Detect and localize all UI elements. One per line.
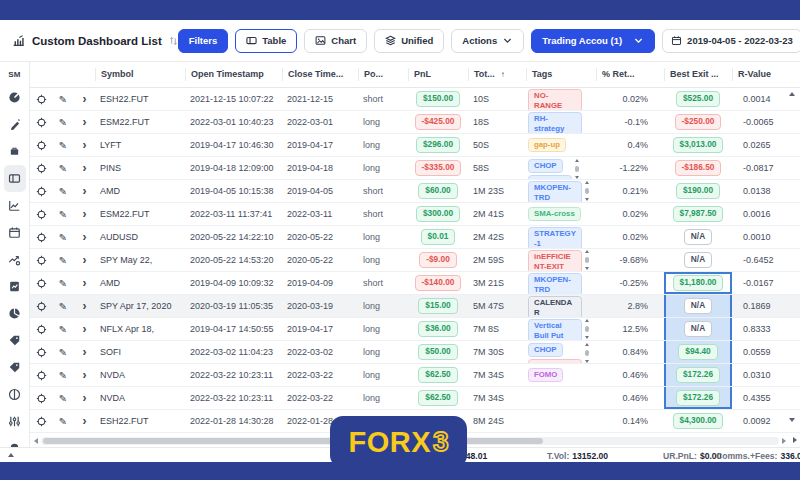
- chevron-right-icon[interactable]: ›: [83, 139, 87, 151]
- crosshair-icon[interactable]: [36, 117, 47, 128]
- crosshair-icon[interactable]: [36, 301, 47, 312]
- tags-scrollbar[interactable]: [584, 250, 590, 270]
- edit-pencil-icon[interactable]: ✎: [59, 393, 67, 404]
- crosshair-icon[interactable]: [36, 140, 47, 151]
- sidebar-item-calendar[interactable]: [4, 219, 26, 246]
- table-row[interactable]: ✎›PINS2019-04-18 12:09:002019-04-18long-…: [30, 157, 800, 180]
- chevron-right-icon[interactable]: ›: [83, 208, 87, 220]
- column-header-tot[interactable]: Tot...↑: [468, 68, 526, 81]
- table-row[interactable]: ✎›AUDUSD2020-05-22 14:22:102020-05-22lon…: [30, 226, 800, 249]
- crosshair-icon[interactable]: [36, 209, 47, 220]
- table-row[interactable]: ✎›LYFT2019-04-17 10:46:302019-04-17long$…: [30, 134, 800, 157]
- column-header-open-timestamp[interactable]: Open Timestamp: [185, 68, 282, 81]
- sidebar-item-pie-chart[interactable]: [4, 84, 26, 111]
- column-header-ret[interactable]: % Ret...: [596, 68, 664, 81]
- tags-scroll-thumb[interactable]: [575, 166, 579, 172]
- sidebar-item-pie-slice[interactable]: [4, 300, 26, 327]
- sidebar-item-sliders[interactable]: [4, 408, 26, 435]
- tags-scroll-up-icon[interactable]: [575, 159, 579, 162]
- crosshair-icon[interactable]: [36, 255, 47, 266]
- table-row[interactable]: ✎›SPY May 22,2020-05-22 14:53:202020-05-…: [30, 249, 800, 272]
- column-header-r-value[interactable]: R-Value: [732, 68, 788, 81]
- chevron-right-icon[interactable]: ›: [83, 93, 87, 105]
- table-row[interactable]: ✎›AMD2019-04-05 10:15:382019-04-05short$…: [30, 180, 800, 203]
- edit-pencil-icon[interactable]: ✎: [59, 370, 67, 381]
- edit-pencil-icon[interactable]: ✎: [59, 278, 67, 289]
- table-row[interactable]: ✎›SOFI2022-03-02 11:04:232022-03-02long$…: [30, 341, 800, 364]
- column-header-symbol[interactable]: Symbol: [95, 68, 185, 81]
- scroll-up-arrow-icon[interactable]: [789, 92, 795, 96]
- tags-scroll-down-icon[interactable]: [585, 360, 589, 363]
- column-header-best-exit[interactable]: Best Exit ...: [664, 68, 732, 81]
- column-header-pnl[interactable]: PnL: [408, 68, 468, 81]
- table-row[interactable]: ✎›NFLX Apr 18,2019-04-17 14:50:552019-04…: [30, 318, 800, 341]
- table-row[interactable]: ✎›NVDA2022-03-22 10:23:112022-03-22long$…: [30, 364, 800, 387]
- chevron-right-icon[interactable]: ›: [83, 323, 87, 335]
- tags-scrollbar[interactable]: [584, 319, 590, 339]
- tab-table[interactable]: Table: [235, 29, 297, 53]
- crosshair-icon[interactable]: [36, 186, 47, 197]
- edit-pencil-icon[interactable]: ✎: [59, 416, 67, 427]
- filters-button[interactable]: Filters: [178, 29, 229, 53]
- scroll-right-arrow-icon[interactable]: [782, 438, 786, 444]
- sidebar-item-table-view[interactable]: [4, 165, 26, 192]
- sidebar-item-briefcase[interactable]: [4, 138, 26, 165]
- title-sort-icon[interactable]: [169, 36, 178, 46]
- column-header-po[interactable]: Po...: [358, 68, 408, 81]
- scroll-left-arrow-icon[interactable]: [34, 438, 38, 444]
- sidebar-item-line-chart[interactable]: [4, 192, 26, 219]
- table-row[interactable]: ✎›ESM22.FUT2022-03-01 10:40:232022-03-01…: [30, 111, 800, 134]
- chevron-right-icon[interactable]: ›: [83, 162, 87, 174]
- tags-scroll-down-icon[interactable]: [575, 176, 579, 179]
- table-row[interactable]: ✎›NVDA2022-03-22 10:23:112022-03-22long$…: [30, 387, 800, 410]
- tags-scroll-thumb[interactable]: [585, 326, 589, 332]
- crosshair-icon[interactable]: [36, 347, 47, 358]
- chevron-right-icon[interactable]: ›: [83, 300, 87, 312]
- sidebar-item-tag[interactable]: [4, 327, 26, 354]
- chevron-right-icon[interactable]: ›: [83, 369, 87, 381]
- sidebar-item-split-circle[interactable]: [4, 381, 26, 408]
- chevron-right-icon[interactable]: ›: [83, 231, 87, 243]
- chevron-right-icon[interactable]: ›: [83, 116, 87, 128]
- edit-pencil-icon[interactable]: ✎: [59, 255, 67, 266]
- chevron-right-icon[interactable]: ›: [83, 254, 87, 266]
- sidebar-item-report[interactable]: [4, 273, 26, 300]
- crosshair-icon[interactable]: [36, 94, 47, 105]
- edit-pencil-icon[interactable]: ✎: [59, 324, 67, 335]
- tags-scroll-up-icon[interactable]: [585, 181, 589, 184]
- actions-button[interactable]: Actions: [451, 29, 524, 53]
- tags-scrollbar[interactable]: [584, 181, 590, 201]
- edit-pencil-icon[interactable]: ✎: [59, 347, 67, 358]
- tags-scrollbar[interactable]: [584, 343, 590, 363]
- sidebar-item-journal-edit[interactable]: [4, 111, 26, 138]
- crosshair-icon[interactable]: [36, 324, 47, 335]
- tags-scroll-up-icon[interactable]: [585, 250, 589, 253]
- account-dropdown[interactable]: Trading Accou (1): [531, 29, 655, 53]
- tags-scroll-thumb[interactable]: [585, 257, 589, 263]
- scroll-corner-arrow-icon[interactable]: [793, 437, 797, 443]
- tags-scroll-down-icon[interactable]: [585, 267, 589, 270]
- avatar[interactable]: SM: [8, 70, 20, 79]
- tags-scroll-up-icon[interactable]: [585, 319, 589, 322]
- crosshair-icon[interactable]: [36, 416, 47, 427]
- crosshair-icon[interactable]: [36, 163, 47, 174]
- tags-scroll-up-icon[interactable]: [585, 343, 589, 346]
- chevron-up-icon[interactable]: [8, 453, 14, 457]
- date-range-picker[interactable]: 2019-04-05 - 2022-03-23: [662, 29, 800, 53]
- crosshair-icon[interactable]: [36, 393, 47, 404]
- horizontal-scroll-thumb[interactable]: [43, 438, 543, 444]
- crosshair-icon[interactable]: [36, 232, 47, 243]
- tab-unified[interactable]: Unified: [374, 29, 444, 53]
- chevron-right-icon[interactable]: ›: [83, 346, 87, 358]
- tags-scroll-thumb[interactable]: [585, 350, 589, 356]
- table-row[interactable]: ✎›SPY Apr 17, 20202020-03-19 11:05:35202…: [30, 295, 800, 318]
- scroll-down-arrow-icon[interactable]: [789, 418, 795, 422]
- chevron-right-icon[interactable]: ›: [83, 185, 87, 197]
- edit-pencil-icon[interactable]: ✎: [59, 186, 67, 197]
- chevron-right-icon[interactable]: ›: [83, 392, 87, 404]
- sidebar-item-dot[interactable]: [4, 435, 26, 447]
- table-row[interactable]: ✎›AMD2019-04-09 10:09:322019-04-09short-…: [30, 272, 800, 295]
- table-row[interactable]: ✎›ESH22.FUT2021-12-15 10:07:222021-12-15…: [30, 88, 800, 111]
- tags-scroll-thumb[interactable]: [585, 188, 589, 194]
- table-row[interactable]: ✎›ESM22.FUT2022-03-11 11:37:412022-03-11…: [30, 203, 800, 226]
